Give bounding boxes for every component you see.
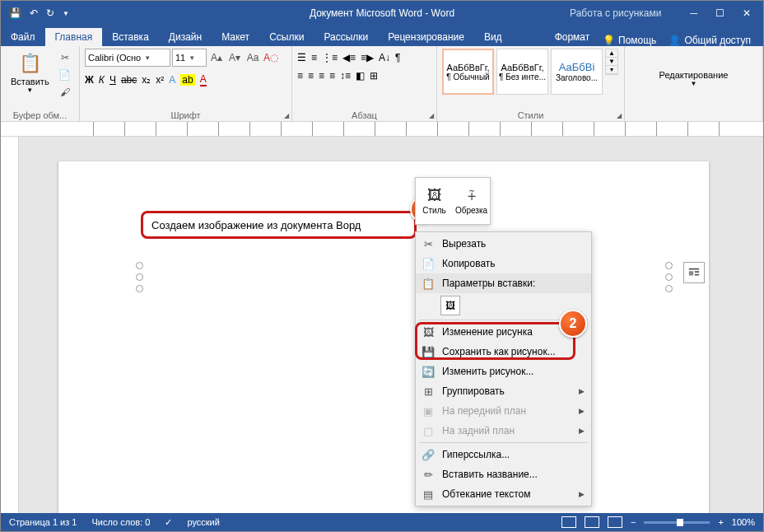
tab-view[interactable]: Вид bbox=[474, 28, 512, 46]
tab-review[interactable]: Рецензирование bbox=[378, 28, 474, 46]
superscript-button[interactable]: x² bbox=[156, 74, 164, 86]
tab-file[interactable]: Файл bbox=[1, 28, 45, 46]
clear-formatting-button[interactable]: A◌ bbox=[263, 50, 279, 65]
status-page[interactable]: Страница 1 из 1 bbox=[9, 517, 77, 527]
layout-options-button[interactable] bbox=[683, 262, 705, 283]
format-painter-button[interactable]: 🖌 bbox=[57, 85, 73, 100]
style-normal[interactable]: АаБбВвГг,¶ Обычный bbox=[442, 49, 494, 95]
text-box[interactable]: Создаем изображение из документа Ворд bbox=[141, 211, 417, 239]
tab-layout[interactable]: Макет bbox=[212, 28, 259, 46]
read-mode-button[interactable] bbox=[561, 516, 576, 528]
status-language[interactable]: русский bbox=[187, 517, 219, 527]
tab-insert[interactable]: Вставка bbox=[102, 28, 159, 46]
zoom-level[interactable]: 100% bbox=[732, 517, 755, 527]
zoom-slider[interactable] bbox=[644, 521, 710, 524]
line-spacing-button[interactable]: ↕≡ bbox=[340, 70, 351, 82]
zoom-in-button[interactable]: + bbox=[718, 517, 723, 527]
italic-button[interactable]: К bbox=[99, 74, 105, 86]
bold-button[interactable]: Ж bbox=[85, 74, 94, 86]
strikethrough-button[interactable]: abc bbox=[121, 74, 137, 86]
menu-change-picture[interactable]: 🔄Изменить рисунок... bbox=[416, 362, 591, 381]
status-word-count[interactable]: Число слов: 0 bbox=[91, 517, 150, 527]
zoom-out-button[interactable]: − bbox=[631, 517, 636, 527]
launcher-icon[interactable]: ◢ bbox=[617, 112, 622, 119]
tab-design[interactable]: Дизайн bbox=[159, 28, 212, 46]
menu-cut[interactable]: ✂Вырезать bbox=[416, 234, 591, 254]
context-menu: ✂Вырезать 📄Копировать 📋Параметры вставки… bbox=[415, 231, 592, 506]
cut-button[interactable]: ✂ bbox=[57, 50, 73, 65]
textbox-content: Создаем изображение из документа Ворд bbox=[151, 219, 361, 231]
group-icon: ⊞ bbox=[421, 385, 436, 398]
copy-button[interactable]: 📄 bbox=[57, 68, 73, 82]
menu-save-as-picture[interactable]: 💾Сохранить как рисунок... bbox=[416, 342, 591, 362]
numbering-button[interactable]: ≡ bbox=[311, 52, 317, 63]
save-icon: 💾 bbox=[421, 346, 436, 358]
shading-button[interactable]: ◧ bbox=[356, 70, 365, 82]
styles-more-button[interactable]: ▾ bbox=[606, 66, 617, 74]
document-page[interactable]: Создаем изображение из документа Ворд 1 … bbox=[58, 161, 709, 513]
underline-button[interactable]: Ч bbox=[109, 74, 116, 86]
chevron-down-icon: ▼ bbox=[189, 54, 195, 62]
font-size-select[interactable]: 11▼ bbox=[172, 49, 207, 67]
tab-references[interactable]: Ссылки bbox=[259, 28, 314, 46]
tab-mailings[interactable]: Рассылки bbox=[314, 28, 378, 46]
justify-button[interactable]: ≡ bbox=[329, 70, 335, 82]
print-layout-button[interactable] bbox=[585, 516, 599, 528]
group-paragraph: ☰ ≡ ⋮≡ ◀≡ ≡▶ A↓ ¶ ≡ ≡ ≡ ≡ ↕≡ ◧ ⊞ Абзац◢ bbox=[292, 46, 437, 121]
borders-button[interactable]: ⊞ bbox=[370, 70, 378, 82]
qat-dropdown-icon[interactable]: ▼ bbox=[63, 10, 69, 17]
menu-text-wrapping[interactable]: ▤Обтекание текстом▶ bbox=[416, 484, 591, 504]
tab-home[interactable]: Главная bbox=[45, 28, 103, 46]
tab-format[interactable]: Формат bbox=[545, 28, 600, 46]
menu-hyperlink[interactable]: 🔗Гиперссылка... bbox=[416, 445, 591, 464]
separator bbox=[419, 442, 588, 443]
show-marks-button[interactable]: ¶ bbox=[395, 52, 400, 63]
text-effects-button[interactable]: A bbox=[169, 74, 175, 86]
change-case-button[interactable]: Aa bbox=[245, 50, 261, 65]
proofing-icon[interactable]: ✓ bbox=[165, 517, 172, 528]
menu-group[interactable]: ⊞Группировать▶ bbox=[416, 381, 591, 401]
sort-button[interactable]: A↓ bbox=[379, 52, 390, 63]
web-layout-button[interactable] bbox=[608, 516, 622, 528]
launcher-icon[interactable]: ◢ bbox=[284, 112, 289, 119]
menu-copy[interactable]: 📄Копировать bbox=[416, 254, 591, 273]
clipboard-icon: 📋 bbox=[421, 278, 436, 290]
font-name-select[interactable]: Calibri (Осно▼ bbox=[85, 49, 170, 67]
editing-dropdown[interactable]: Редактирование ▼ bbox=[655, 68, 734, 89]
launcher-icon[interactable]: ◢ bbox=[429, 112, 434, 119]
paste-option-picture[interactable]: 🖼 bbox=[440, 296, 460, 315]
help-button[interactable]: 💡Помощь bbox=[603, 35, 656, 46]
styles-up-button[interactable]: ▲ bbox=[606, 49, 617, 58]
minimize-button[interactable]: ─ bbox=[690, 7, 697, 19]
vertical-ruler[interactable] bbox=[1, 137, 19, 513]
menu-insert-caption[interactable]: ✏Вставить название... bbox=[416, 464, 591, 484]
align-right-button[interactable]: ≡ bbox=[319, 70, 324, 82]
increase-indent-button[interactable]: ≡▶ bbox=[361, 52, 374, 63]
picture-style-button[interactable]: 🖼Стиль bbox=[416, 178, 453, 224]
close-button[interactable]: ✕ bbox=[743, 7, 751, 19]
style-heading1[interactable]: АаБбВіЗаголово... bbox=[551, 49, 603, 95]
style-no-spacing[interactable]: АаБбВвГг,¶ Без инте... bbox=[496, 49, 548, 95]
align-center-button[interactable]: ≡ bbox=[308, 70, 314, 82]
chevron-down-icon: ▼ bbox=[144, 54, 151, 62]
paste-button[interactable]: 📋 Вставить ▼ bbox=[6, 49, 54, 96]
styles-down-button[interactable]: ▼ bbox=[606, 58, 617, 66]
decrease-indent-button[interactable]: ◀≡ bbox=[342, 52, 356, 63]
horizontal-ruler[interactable] bbox=[1, 122, 763, 137]
grow-font-button[interactable]: A▴ bbox=[208, 50, 225, 65]
highlight-button[interactable]: ab bbox=[180, 74, 194, 86]
save-icon[interactable]: 💾 bbox=[9, 7, 21, 19]
subscript-button[interactable]: x₂ bbox=[142, 74, 151, 86]
crop-button[interactable]: ⨤Обрезка bbox=[453, 178, 490, 224]
redo-icon[interactable]: ↻ bbox=[46, 7, 54, 19]
maximize-button[interactable]: ☐ bbox=[715, 7, 724, 19]
quick-access-toolbar: 💾 ↶ ↻ ▼ bbox=[1, 7, 77, 19]
align-left-button[interactable]: ≡ bbox=[297, 70, 303, 82]
share-button[interactable]: 👤Общий доступ bbox=[668, 35, 751, 46]
shrink-font-button[interactable]: A▾ bbox=[226, 50, 243, 65]
font-color-button[interactable]: A bbox=[200, 73, 207, 86]
multilevel-list-button[interactable]: ⋮≡ bbox=[322, 52, 338, 63]
group-font: Calibri (Осно▼ 11▼ A▴ A▾ Aa A◌ Ж К Ч abc… bbox=[80, 46, 292, 121]
bullets-button[interactable]: ☰ bbox=[297, 52, 306, 63]
undo-icon[interactable]: ↶ bbox=[30, 7, 38, 19]
